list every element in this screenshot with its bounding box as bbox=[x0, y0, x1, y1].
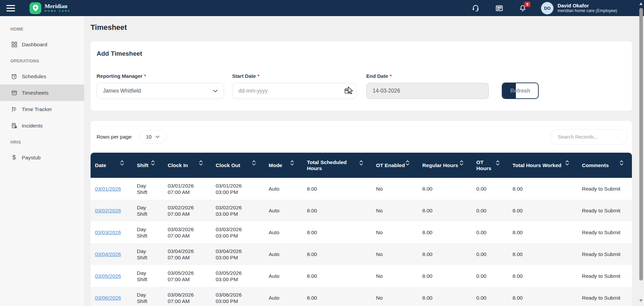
cell-mode: Auto bbox=[264, 200, 303, 221]
cell-mode: Auto bbox=[264, 243, 303, 265]
reporting-manager-select[interactable]: James Whitfield bbox=[97, 83, 224, 99]
sort-icon[interactable] bbox=[252, 160, 256, 165]
avatar[interactable]: DO bbox=[541, 2, 553, 14]
dashboard-grid-icon bbox=[10, 41, 18, 48]
sidebar-section-hris: HRIS bbox=[10, 140, 84, 145]
sort-icon[interactable] bbox=[460, 160, 463, 165]
incidents-building-icon bbox=[10, 122, 18, 129]
cell-shift: Day Shift bbox=[132, 200, 163, 221]
column-header-ot-enabled: OT Enabled bbox=[372, 153, 418, 178]
column-header-total-hours-worked: Total Hours Worked bbox=[508, 153, 578, 178]
refresh-button[interactable]: Refresh bbox=[502, 83, 539, 99]
sidebar-item-label: Time Tracker bbox=[22, 106, 52, 112]
table-row: 03/06/2026 Day Shift 03/06/202607:00 AM … bbox=[91, 287, 632, 306]
cell-ot-hours: 0.00 bbox=[472, 265, 508, 287]
cell-ot-enabled: No bbox=[372, 243, 418, 265]
calendar-icon[interactable] bbox=[344, 88, 350, 94]
sidebar-item-schedules[interactable]: Schedules bbox=[0, 68, 84, 85]
reporting-manager-label: Reporting Manager* bbox=[97, 73, 224, 79]
cell-clock-in: 03/02/202607:00 AM bbox=[163, 200, 211, 221]
sort-icon[interactable] bbox=[360, 160, 363, 165]
cell-total-scheduled-hours: 8.00 bbox=[303, 243, 372, 265]
required-asterisk: * bbox=[390, 73, 392, 79]
brand-tagline: HOME CARE bbox=[45, 9, 71, 13]
table-row: 03/04/2026 Day Shift 03/04/202607:00 AM … bbox=[91, 243, 632, 265]
sidebar-item-paystub[interactable]: $ Paystub bbox=[0, 149, 84, 166]
cell-ot-hours: 0.00 bbox=[472, 200, 508, 221]
cell-clock-in: 03/06/202607:00 AM bbox=[163, 287, 211, 306]
sidebar-item-time-tracker[interactable]: Time Tracker bbox=[0, 101, 84, 117]
start-date-input[interactable] bbox=[238, 88, 344, 94]
timesheet-date-link[interactable]: 03/06/2026 bbox=[95, 295, 121, 301]
cell-ot-hours: 0.00 bbox=[472, 243, 508, 265]
required-asterisk: * bbox=[258, 73, 260, 79]
notification-count-badge: 9 bbox=[524, 2, 530, 7]
table-body: 03/01/2026 Day Shift 03/01/202607:00 AM … bbox=[91, 178, 632, 306]
sidebar-item-dashboard[interactable]: Dashboard bbox=[0, 36, 84, 53]
cell-comments: Ready to Submit bbox=[578, 265, 632, 287]
cell-regular-hours: 8.00 bbox=[418, 221, 472, 243]
timesheet-date-link[interactable]: 03/04/2026 bbox=[95, 251, 121, 257]
cell-regular-hours: 8.00 bbox=[418, 287, 472, 306]
user-role: meridian home care (Employee) bbox=[557, 8, 617, 13]
search-input[interactable] bbox=[550, 129, 627, 145]
chevron-down-icon bbox=[155, 136, 160, 138]
required-asterisk: * bbox=[144, 73, 146, 79]
sort-icon[interactable] bbox=[199, 160, 203, 165]
top-navbar: Meridian HOME CARE bbox=[0, 0, 644, 16]
menu-icon[interactable] bbox=[0, 0, 21, 16]
sidebar-item-label: Timesheets bbox=[22, 90, 49, 96]
scrollbar-down-arrow-icon[interactable] bbox=[639, 299, 643, 302]
brand-name: Meridian bbox=[45, 3, 71, 9]
cell-comments: Ready to Submit bbox=[578, 178, 632, 200]
sidebar-item-incidents[interactable]: Incidents bbox=[0, 117, 84, 134]
cell-mode: Auto bbox=[264, 178, 303, 200]
timesheet-date-link[interactable]: 03/03/2026 bbox=[95, 230, 121, 235]
cell-clock-out: 03/06/202603:00 PM bbox=[211, 287, 264, 306]
cell-ot-hours: 0.00 bbox=[472, 178, 508, 200]
end-date-input: 14-03-2026 bbox=[366, 83, 489, 99]
cell-shift: Day Shift bbox=[132, 178, 163, 200]
cell-total-hours-worked: 8.00 bbox=[508, 287, 578, 306]
sort-icon[interactable] bbox=[406, 160, 409, 165]
sort-icon[interactable] bbox=[620, 160, 623, 165]
sidebar-item-label: Dashboard bbox=[22, 42, 47, 48]
main-content: Timesheet Add Timesheet Reporting Manage… bbox=[84, 16, 644, 306]
timesheet-date-link[interactable]: 03/05/2026 bbox=[95, 273, 121, 279]
alarm-clock-icon bbox=[10, 73, 18, 80]
cell-total-scheduled-hours: 8.00 bbox=[303, 178, 372, 200]
scrollbar-thumb[interactable] bbox=[639, 8, 643, 280]
cell-clock-in: 03/04/202607:00 AM bbox=[163, 243, 211, 265]
column-header-clock-out: Clock Out bbox=[211, 153, 264, 178]
dollar-icon: $ bbox=[10, 154, 18, 161]
sidebar-item-timesheets[interactable]: Timesheets bbox=[0, 85, 84, 101]
cell-regular-hours: 8.00 bbox=[418, 178, 472, 200]
cell-ot-enabled: No bbox=[372, 178, 418, 200]
timesheet-date-link[interactable]: 03/01/2026 bbox=[95, 186, 121, 192]
user-menu[interactable]: David Okafor meridian home care (Employe… bbox=[557, 3, 617, 13]
news-icon[interactable] bbox=[495, 4, 503, 12]
cell-comments: Ready to Submit bbox=[578, 287, 632, 306]
sort-icon[interactable] bbox=[120, 160, 124, 165]
cell-total-scheduled-hours: 8.00 bbox=[303, 221, 372, 243]
rows-per-page-select[interactable]: 10 bbox=[139, 130, 166, 144]
cell-mode: Auto bbox=[264, 265, 303, 287]
shield-cross-logo-icon bbox=[30, 2, 41, 14]
notifications-bell-icon[interactable]: 9 bbox=[518, 4, 527, 12]
cell-mode: Auto bbox=[264, 287, 303, 306]
sort-icon[interactable] bbox=[290, 160, 294, 165]
cell-shift: Day Shift bbox=[132, 265, 163, 287]
column-header-date: Date bbox=[91, 153, 132, 178]
cell-shift: Day Shift bbox=[132, 221, 163, 243]
support-headset-icon[interactable] bbox=[471, 4, 480, 12]
cell-total-hours-worked: 8.00 bbox=[508, 178, 578, 200]
timesheet-date-link[interactable]: 03/02/2026 bbox=[95, 208, 121, 213]
timesheet-records-card: Rows per page 10 Date Shift Clock In Clo… bbox=[91, 121, 632, 306]
sort-icon[interactable] bbox=[151, 160, 155, 165]
vertical-scrollbar[interactable] bbox=[638, 0, 644, 306]
sort-icon[interactable] bbox=[566, 160, 569, 165]
brand-logo[interactable]: Meridian HOME CARE bbox=[30, 2, 71, 14]
scrollbar-up-arrow-icon[interactable] bbox=[639, 2, 643, 5]
sort-icon[interactable] bbox=[496, 160, 499, 165]
cell-total-scheduled-hours: 8.00 bbox=[303, 265, 372, 287]
